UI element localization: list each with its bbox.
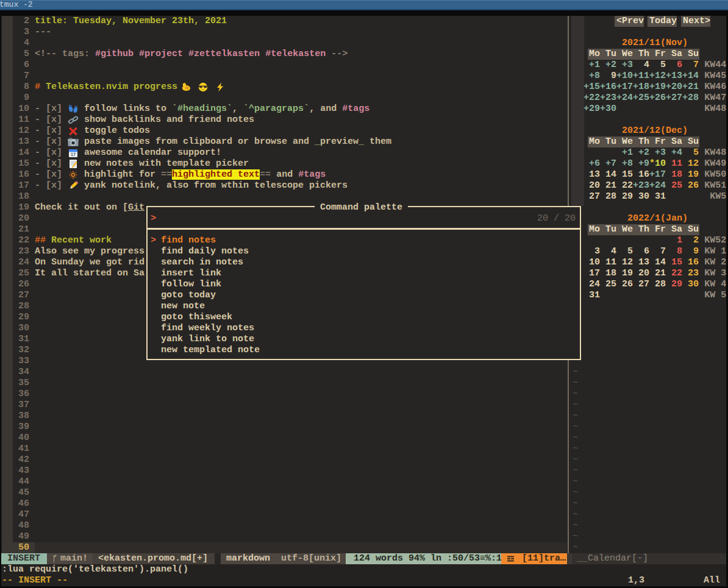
svg-text:17: 17 [71,152,76,157]
